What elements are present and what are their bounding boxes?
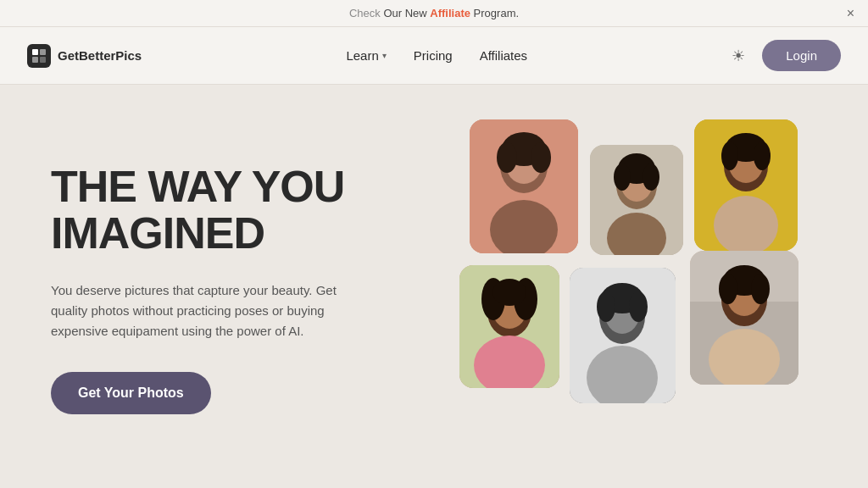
announcement-bar: Check Our New Affiliate Program. ×: [0, 0, 868, 27]
svg-point-16: [614, 164, 631, 191]
logo-text: GetBetterPics: [58, 48, 142, 63]
hero-title-line1: THE WAY YOU: [51, 162, 344, 211]
announcement-text: Check Our New Affiliate Program.: [349, 7, 519, 19]
photo-grid: [444, 119, 817, 458]
photo-3-image: [694, 119, 798, 251]
photo-card-2: [590, 145, 683, 255]
logo-icon: [27, 44, 51, 68]
learn-chevron-icon: ▾: [382, 51, 387, 60]
learn-label: Learn: [346, 48, 378, 63]
photo-card-4: [459, 265, 559, 388]
close-announcement-button[interactable]: ×: [847, 6, 854, 21]
announcement-suffix: Program.: [474, 7, 519, 19]
svg-point-38: [629, 291, 648, 322]
photo-card-6: [690, 251, 798, 385]
photo-card-5: [570, 268, 676, 403]
svg-point-46: [751, 274, 770, 304]
main-nav: Learn ▾ Pricing Affiliates: [346, 48, 527, 63]
svg-point-31: [492, 279, 526, 306]
nav-affiliates[interactable]: Affiliates: [480, 48, 527, 63]
nav-learn[interactable]: Learn ▾: [346, 48, 386, 63]
svg-point-9: [497, 142, 517, 173]
svg-rect-3: [40, 57, 46, 63]
photo-1-image: [470, 119, 578, 253]
photo-6-image: [690, 251, 798, 385]
svg-point-37: [597, 291, 615, 322]
svg-point-45: [719, 274, 737, 304]
svg-rect-0: [32, 49, 38, 55]
hero-description: You deserve pictures that capture your b…: [51, 280, 373, 341]
svg-rect-1: [40, 49, 46, 55]
photo-5-image: [570, 268, 676, 403]
logo-svg: [31, 48, 47, 64]
get-photos-button[interactable]: Get Your Photos: [51, 372, 211, 414]
hero-section: THE WAY YOU IMAGINED You deserve picture…: [51, 164, 373, 413]
svg-point-24: [754, 141, 771, 170]
announcement-middle: Our New: [383, 7, 430, 19]
svg-rect-2: [32, 57, 38, 63]
photo-4-image: [459, 265, 559, 388]
nav-pricing[interactable]: Pricing: [414, 48, 453, 63]
photo-card-3: [694, 119, 798, 251]
login-button[interactable]: Login: [762, 40, 841, 71]
main-content: THE WAY YOU IMAGINED You deserve picture…: [0, 85, 868, 485]
photo-2-image: [590, 145, 683, 255]
hero-title: THE WAY YOU IMAGINED: [51, 164, 373, 256]
logo[interactable]: GetBetterPics: [27, 44, 142, 68]
header: GetBetterPics Learn ▾ Pricing Affiliates…: [0, 27, 868, 85]
svg-point-23: [721, 141, 738, 170]
svg-point-17: [643, 164, 659, 191]
hero-title-line2: IMAGINED: [51, 208, 264, 258]
photo-card-1: [470, 119, 578, 253]
header-right: ☀ Login: [732, 40, 841, 71]
svg-point-10: [531, 142, 551, 173]
affiliate-link[interactable]: Affiliate: [430, 7, 470, 19]
announcement-check: Check: [349, 7, 381, 19]
theme-toggle-button[interactable]: ☀: [732, 47, 745, 65]
